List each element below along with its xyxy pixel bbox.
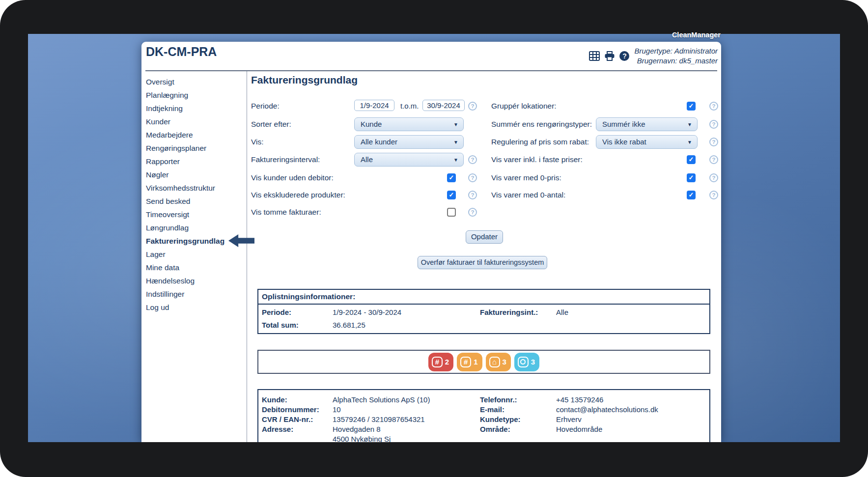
table-row: 4500 Nykøbing Sj <box>258 434 709 442</box>
sidebar-item-mine-data[interactable]: Mine data <box>141 261 247 274</box>
sidebar-item-planlaegning[interactable]: Planlægning <box>141 88 247 102</box>
sidebar-nav: Oversigt Planlægning Indtjekning Kunder … <box>141 71 247 442</box>
vis-select[interactable]: Alle kunder <box>354 135 464 149</box>
circle-icon <box>518 357 529 367</box>
kundetype-label: Kundetype: <box>480 415 521 424</box>
kundetype-value: Erhverv <box>556 415 582 424</box>
grupper-lokationer-checkbox[interactable] <box>687 102 696 111</box>
sidebar-item-rapporter[interactable]: Rapporter <box>141 155 247 168</box>
header-right: ? Brugertype: Administrator Brugernavn: … <box>589 46 718 66</box>
sorter-efter-label: Sorter efter: <box>251 117 291 132</box>
vis-tomme-fakturaer-checkbox[interactable] <box>447 208 456 217</box>
app-window: DK-CM-PRA ? <box>141 42 721 442</box>
user-type-label: Brugertype: Administrator <box>634 46 718 56</box>
summary-table-title: Oplistningsinformationer: <box>258 290 709 305</box>
table-row: Total sum: 36.681,25 <box>258 319 709 332</box>
vis-ekskluderede-produkter-label: Vis ekskluderede produkter: <box>251 188 345 202</box>
summer-rengoeringstyper-select[interactable]: Summér ikke <box>596 117 698 131</box>
summary-table-rows: Periode: 1/9-2024 - 30/9-2024 Fakturerin… <box>258 305 709 332</box>
vis-ekskluderede-produkter-help-icon[interactable]: ? <box>468 191 477 199</box>
sidebar-item-log-ud[interactable]: Log ud <box>141 301 247 314</box>
cleanmanager-brand-label: CleanManager <box>672 31 721 39</box>
sidebar-item-kunder[interactable]: Kunder <box>141 115 247 128</box>
form-row: Faktureringsinterval: Alle ? Vis varer i… <box>247 152 721 167</box>
page-title: Faktureringsgrundlag <box>251 74 358 86</box>
sidebar-item-rengoeringsplaner[interactable]: Rengøringsplaner <box>141 141 247 155</box>
faktureringsinterval-label: Faktureringsinterval: <box>251 152 320 167</box>
form-row: Vis tomme fakturaer: ? <box>247 205 721 220</box>
sidebar-item-lager[interactable]: Lager <box>141 248 247 261</box>
vis-kunder-uden-debitor-checkbox[interactable] <box>447 173 456 182</box>
hash-badge-red[interactable]: # 2 <box>428 353 453 371</box>
user-info: Brugertype: Administrator Brugernavn: dk… <box>634 46 718 66</box>
user-name-label: Brugernavn: dk5_master <box>634 56 718 66</box>
hash-badge-orange[interactable]: # 1 <box>457 353 482 371</box>
sidebar-item-indstillinger[interactable]: Indstillinger <box>141 287 247 301</box>
grupper-lokationer-help-icon[interactable]: ? <box>709 102 718 111</box>
kunde-value: AlphaTech Solutions ApS (10) <box>333 395 430 405</box>
vis-varer-0-antal-checkbox[interactable] <box>687 191 696 199</box>
summary-faktureringsint-value: Alle <box>556 306 568 319</box>
form-row: Sorter efter: Kunde Summér ens rengøring… <box>247 117 721 132</box>
kunde-label: Kunde: <box>262 395 287 405</box>
form-row: Periode: t.o.m. ? Gruppér lokationer: ? <box>247 99 721 113</box>
sidebar-item-timeoversigt[interactable]: Timeoversigt <box>141 208 247 221</box>
summary-table: Oplistningsinformationer: Periode: 1/9-2… <box>257 289 710 334</box>
sidebar-item-indtjekning[interactable]: Indtjekning <box>141 102 247 115</box>
regulering-rabat-select[interactable]: Vis ikke rabat <box>596 135 698 149</box>
sidebar-item-medarbejdere[interactable]: Medarbejdere <box>141 128 247 141</box>
periode-from-input[interactable] <box>354 100 394 111</box>
house-badge[interactable]: ⌂ 3 <box>486 353 511 371</box>
vis-varer-faste-priser-help-icon[interactable]: ? <box>709 155 718 164</box>
vis-ekskluderede-produkter-checkbox[interactable] <box>447 191 456 199</box>
sidebar-item-loengrundlag[interactable]: Løngrundlag <box>141 221 247 234</box>
help-icon[interactable]: ? <box>619 51 629 61</box>
circle-badge[interactable]: 3 <box>514 353 539 371</box>
table-row: Adresse: Hovedgaden 8 Område: Hovedområd… <box>258 424 709 434</box>
sidebar-item-haendelseslog[interactable]: Hændelseslog <box>141 274 247 287</box>
vis-varer-0-pris-label: Vis varer med 0-pris: <box>491 170 561 185</box>
sidebar-item-oversigt[interactable]: Oversigt <box>141 75 247 88</box>
vis-varer-faste-priser-checkbox[interactable] <box>687 155 696 164</box>
badge-count: 3 <box>531 358 535 366</box>
sidebar-item-virksomhedsstruktur[interactable]: Virksomhedsstruktur <box>141 181 247 195</box>
vis-varer-0-pris-help-icon[interactable]: ? <box>709 173 718 182</box>
printer-icon[interactable] <box>604 51 615 61</box>
sorter-efter-select[interactable]: Kunde <box>354 117 464 131</box>
tom-label: t.o.m. <box>400 99 419 113</box>
badge-count: 1 <box>474 358 477 366</box>
vis-tomme-fakturaer-help-icon[interactable]: ? <box>468 208 477 217</box>
periode-help-icon[interactable]: ? <box>468 102 477 111</box>
badge-count: 2 <box>445 358 449 366</box>
vis-varer-0-pris-checkbox[interactable] <box>687 173 696 182</box>
table-grid-icon[interactable] <box>589 51 600 61</box>
customer-table: Kunde: AlphaTech Solutions ApS (10) Tele… <box>257 389 710 442</box>
badge-count: 3 <box>503 358 506 366</box>
faktureringsinterval-select[interactable]: Alle <box>354 153 464 167</box>
summer-rengoeringstyper-help-icon[interactable]: ? <box>709 120 718 129</box>
summary-total-sum-value: 36.681,25 <box>333 319 365 332</box>
regulering-rabat-help-icon[interactable]: ? <box>709 138 718 146</box>
sidebar-item-noegler[interactable]: Nøgler <box>141 168 247 181</box>
house-icon: ⌂ <box>489 357 500 367</box>
table-row: Debitornummer: 10 E-mail: contact@alphat… <box>258 405 709 415</box>
vis-kunder-uden-debitor-help-icon[interactable]: ? <box>468 173 477 182</box>
periode-to-input[interactable] <box>422 100 465 111</box>
update-button[interactable]: Opdater <box>466 230 503 244</box>
main-panel: Faktureringsgrundlag Periode: t.o.m. ? G… <box>247 70 721 442</box>
summary-periode-value: 1/9-2024 - 30/9-2024 <box>333 306 401 319</box>
regulering-rabat-label: Regulering af pris som rabat: <box>491 135 589 149</box>
summary-total-sum-label: Total sum: <box>262 319 299 332</box>
table-row: Kunde: AlphaTech Solutions ApS (10) Tele… <box>258 395 709 405</box>
cvr-ean-value: 13579246 / 3210987654321 <box>333 415 425 424</box>
summary-faktureringsint-label: Faktureringsint.: <box>480 306 538 319</box>
transfer-invoices-button[interactable]: Overfør fakturaer til faktureringssystem <box>418 256 547 269</box>
faktureringsinterval-help-icon[interactable]: ? <box>468 155 477 164</box>
table-row: Periode: 1/9-2024 - 30/9-2024 Fakturerin… <box>258 306 709 319</box>
summary-periode-label: Periode: <box>262 306 291 319</box>
vis-varer-0-antal-help-icon[interactable]: ? <box>709 191 718 199</box>
sidebar-item-send-besked[interactable]: Send besked <box>141 195 247 208</box>
vis-kunder-uden-debitor-label: Vis kunder uden debitor: <box>251 170 334 185</box>
desktop-background: DK-CM-PRA ? <box>28 34 840 442</box>
device-frame: DK-CM-PRA ? <box>0 0 868 477</box>
